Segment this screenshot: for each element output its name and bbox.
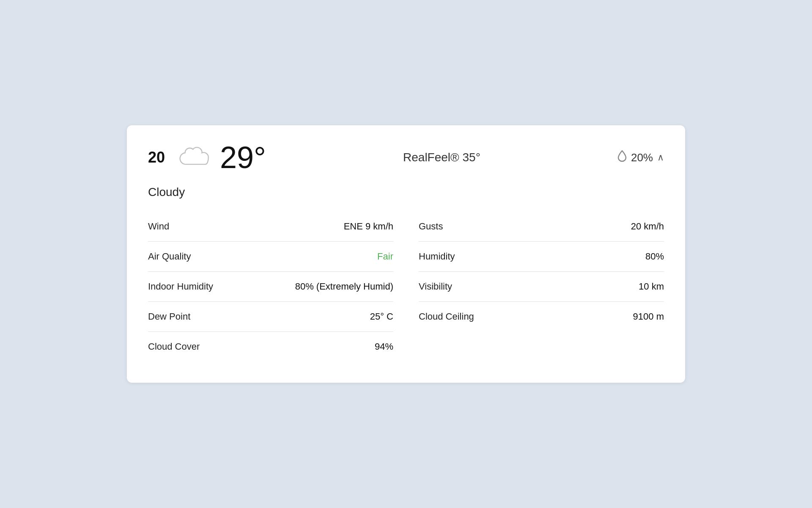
air-quality-row: Air Quality Fair: [148, 242, 393, 272]
left-column: Wind ENE 9 km/h Air Quality Fair Indoor …: [148, 212, 393, 362]
weather-card: 20 29° RealFeel® 35° 20% ∧ Cloudy Wind: [127, 125, 685, 383]
humidity-value: 80%: [645, 251, 664, 262]
cloud-ceiling-row: Cloud Ceiling 9100 m: [419, 302, 664, 331]
visibility-row: Visibility 10 km: [419, 272, 664, 302]
gusts-value: 20 km/h: [631, 221, 664, 232]
cloud-cover-row: Cloud Cover 94%: [148, 332, 393, 362]
realfeel: RealFeel® 35°: [403, 151, 480, 164]
dew-point-row: Dew Point 25° C: [148, 302, 393, 332]
dew-point-label: Dew Point: [148, 311, 190, 322]
wind-value: ENE 9 km/h: [344, 221, 393, 232]
indoor-humidity-row: Indoor Humidity 80% (Extremely Humid): [148, 272, 393, 302]
wind-label: Wind: [148, 221, 169, 232]
temperature: 29°: [220, 142, 266, 173]
air-quality-value: Fair: [377, 251, 393, 262]
condition-label: Cloudy: [148, 185, 664, 199]
wind-row: Wind ENE 9 km/h: [148, 212, 393, 242]
header-row: 20 29° RealFeel® 35° 20% ∧: [148, 142, 664, 173]
indoor-humidity-label: Indoor Humidity: [148, 281, 213, 292]
air-quality-label: Air Quality: [148, 251, 191, 262]
header-right: 20% ∧: [617, 150, 664, 165]
chevron-up-icon[interactable]: ∧: [657, 152, 664, 163]
cloud-cover-value: 94%: [375, 341, 393, 352]
rain-drop-icon: [617, 150, 627, 165]
humidity-label: Humidity: [419, 251, 455, 262]
visibility-label: Visibility: [419, 281, 452, 292]
data-grid: Wind ENE 9 km/h Air Quality Fair Indoor …: [148, 212, 664, 362]
right-column: Gusts 20 km/h Humidity 80% Visibility 10…: [419, 212, 664, 362]
dew-point-value: 25° C: [370, 311, 393, 322]
header-left: 20 29°: [148, 142, 266, 173]
cloud-cover-label: Cloud Cover: [148, 341, 200, 352]
visibility-value: 10 km: [639, 281, 664, 292]
rain-percent: 20%: [631, 151, 653, 164]
hour-label: 20: [148, 149, 169, 166]
indoor-humidity-value: 80% (Extremely Humid): [295, 281, 393, 292]
gusts-row: Gusts 20 km/h: [419, 212, 664, 242]
cloud-ceiling-label: Cloud Ceiling: [419, 311, 474, 322]
gusts-label: Gusts: [419, 221, 443, 232]
cloud-icon: [178, 146, 211, 169]
cloud-ceiling-value: 9100 m: [633, 311, 664, 322]
humidity-row: Humidity 80%: [419, 242, 664, 272]
